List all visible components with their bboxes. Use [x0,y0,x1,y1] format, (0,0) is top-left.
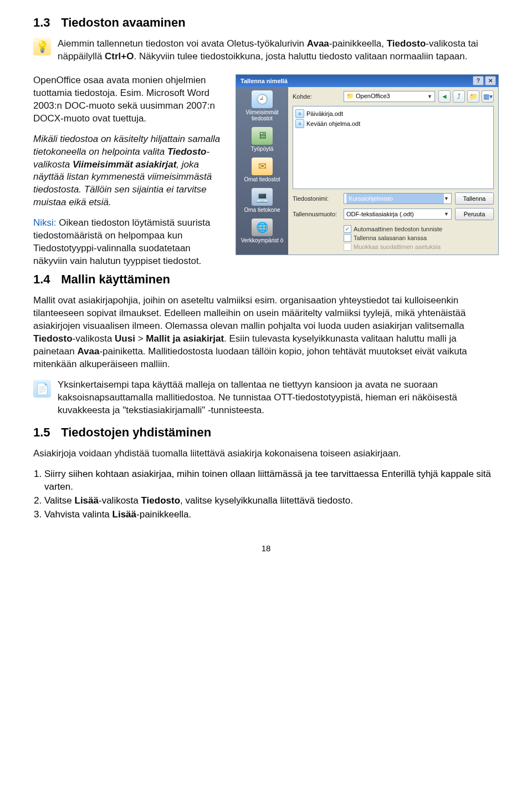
section13-niksi: Niksi: Oikean tiedoston löytämistä suuri… [33,217,224,268]
sidebar-item-pc[interactable]: 💻Oma tietokone [238,188,286,213]
page-number: 18 [33,543,499,553]
filter-settings-checkbox: Muokkaa suodattimen asetuksia [344,242,452,251]
close-icon[interactable]: ✕ [485,76,496,85]
section13-intro: Aiemmin tallennetun tiedoston voi avata … [58,38,499,63]
filetype-combobox[interactable]: ODF-tekstiasiakirja (.odt) ▼ [344,209,452,220]
section15-steps: Siirry siihen kohtaan asiakirjaa, mihin … [44,468,499,521]
places-sidebar: 🕘Viimeisimmät tiedostot 🖥Työpöytä ✉Omat … [236,87,288,255]
desktop-icon: 🖥 [252,127,273,145]
sidebar-item-recent[interactable]: 🕘Viimeisimmät tiedostot [238,90,286,121]
target-combobox[interactable]: 📁 OpenOffice3 ▼ [344,91,435,102]
documents-icon: ✉ [252,157,273,175]
sidebar-item-desktop[interactable]: 🖥Työpöytä [238,127,286,152]
computer-icon: 💻 [252,188,273,206]
section14-p1: Mallit ovat asiakirjapohjia, joihin on a… [33,294,499,371]
heading-1-5: 1.5 Tiedostojen yhdistäminen [33,425,499,440]
section13-p3: Mikäli tiedostoa on käsitelty hiljattain… [33,133,224,210]
network-icon: 🌐 [252,218,273,236]
help-icon[interactable]: ? [473,76,484,85]
sidebar-item-own[interactable]: ✉Omat tiedostot [238,157,286,182]
step-3: Vahvista valinta Lisää-painikkeella. [44,509,499,521]
back-button[interactable]: ◄ [438,90,451,103]
up-button[interactable]: ⤴ [453,90,465,103]
odt-file-icon: ≡ [295,119,304,128]
lightbulb-icon: 💡 [33,38,51,55]
heading-1-4: 1.4 Mallin käyttäminen [33,272,499,287]
heading-1-3: 1.3 Tiedoston avaaminen [33,16,499,30]
sidebar-item-net[interactable]: 🌐Verkkoympärist ö [238,218,286,243]
list-item[interactable]: ≡Päiväkirja.odt [295,109,491,119]
dialog-titlebar[interactable]: Tallenna nimellä ? ✕ [236,75,498,87]
password-checkbox[interactable]: Tallenna salasanan kanssa [344,233,452,242]
filename-label: Tiedostonimi: [293,195,340,202]
step-2: Valitse Lisää-valikosta Tiedosto, valits… [44,495,499,507]
section13-p2: OpenOffice osaa avata monien ohjelmien t… [33,74,224,125]
cancel-button[interactable]: Peruuta [455,208,494,220]
chevron-down-icon: ▼ [427,94,432,99]
recent-icon: 🕘 [252,90,273,108]
filename-input[interactable]: Kurssiohjelmisto ▼ [344,193,452,204]
chevron-down-icon: ▼ [444,211,449,217]
save-as-dialog: Tallenna nimellä ? ✕ 🕘Viimeisimmät tiedo… [236,74,499,255]
section14-tip: Yksinkertaisempi tapa käyttää malleja on… [58,379,499,417]
odt-file-icon: ≡ [295,109,304,118]
list-item[interactable]: ≡Kevään ohjelma.odt [295,119,491,129]
view-button[interactable]: ▦▾ [482,90,494,103]
new-folder-button[interactable]: 📁 [467,90,479,103]
file-list[interactable]: ≡Päiväkirja.odt ≡Kevään ohjelma.odt [293,106,494,189]
target-label: Kohde: [293,93,340,100]
filetype-label: Tallennusmuoto: [293,211,340,217]
auto-extension-checkbox[interactable]: ✓Automaattinen tiedoston tunniste [344,225,452,233]
section15-intro: Asiakirjoja voidaan yhdistää tuomalla li… [33,448,499,460]
chevron-down-icon: ▼ [444,196,449,201]
document-icon: 📄 [33,380,51,398]
save-button[interactable]: Tallenna [455,192,494,205]
step-1: Siirry siihen kohtaan asiakirjaa, mihin … [44,468,499,494]
